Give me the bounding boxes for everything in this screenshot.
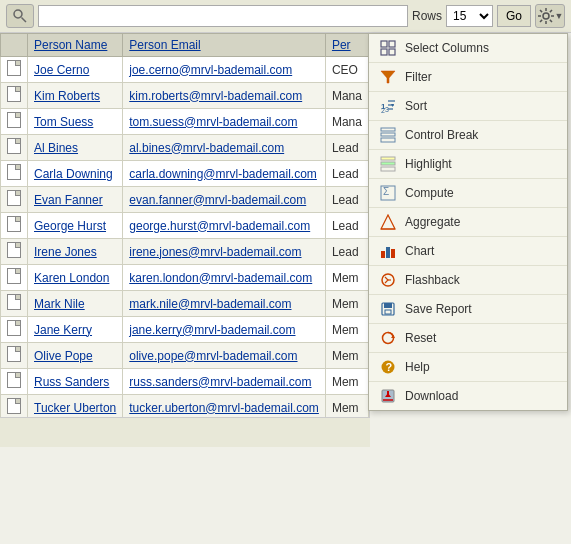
- person-role: Mana: [325, 109, 368, 135]
- person-name[interactable]: Al Bines: [28, 135, 123, 161]
- help-icon: ?: [379, 358, 397, 376]
- menu-item-filter[interactable]: Filter: [369, 63, 567, 92]
- row-icon: [1, 213, 28, 239]
- compute-icon: Σ: [379, 184, 397, 202]
- menu-item-flashback[interactable]: Flashback: [369, 266, 567, 295]
- person-email[interactable]: jane.kerry@mrvl-bademail.com: [123, 317, 326, 343]
- table-row: Olive Pope olive.pope@mrvl-bademail.com …: [1, 343, 369, 369]
- menu-label-filter: Filter: [405, 70, 432, 84]
- go-button[interactable]: Go: [497, 5, 531, 27]
- table-row: George Hurst george.hurst@mrvl-bademail.…: [1, 213, 369, 239]
- menu-item-save-report[interactable]: Save Report: [369, 295, 567, 324]
- menu-item-sort[interactable]: 123 Sort: [369, 92, 567, 121]
- document-icon: [7, 164, 21, 180]
- person-role: Mem: [325, 369, 368, 395]
- person-name[interactable]: Kim Roberts: [28, 83, 123, 109]
- svg-rect-11: [381, 41, 387, 47]
- table-row: Irene Jones irene.jones@mrvl-bademail.co…: [1, 239, 369, 265]
- person-name[interactable]: Olive Pope: [28, 343, 123, 369]
- document-icon: [7, 320, 21, 336]
- menu-item-compute[interactable]: Σ Compute: [369, 179, 567, 208]
- person-name[interactable]: Evan Fanner: [28, 187, 123, 213]
- person-email[interactable]: carla.downing@mrvl-bademail.com: [123, 161, 326, 187]
- menu-item-chart[interactable]: Chart: [369, 237, 567, 266]
- person-email[interactable]: karen.london@mrvl-bademail.com: [123, 265, 326, 291]
- menu-item-help[interactable]: ? Help: [369, 353, 567, 382]
- menu-label-aggregate: Aggregate: [405, 215, 460, 229]
- menu-label-select-columns: Select Columns: [405, 41, 489, 55]
- col-header-role[interactable]: Per: [325, 34, 368, 57]
- person-email[interactable]: tom.suess@mrvl-bademail.com: [123, 109, 326, 135]
- person-role: Lead: [325, 187, 368, 213]
- svg-rect-35: [391, 249, 395, 258]
- person-name[interactable]: Russ Sanders: [28, 369, 123, 395]
- search-input[interactable]: [38, 5, 408, 27]
- rows-select[interactable]: 15 5 10 20 25 50 100: [446, 5, 493, 27]
- row-icon: [1, 83, 28, 109]
- person-name[interactable]: Tom Suess: [28, 109, 123, 135]
- person-role: Mem: [325, 343, 368, 369]
- flashback-icon: [379, 271, 397, 289]
- menu-label-control-break: Control Break: [405, 128, 478, 142]
- main-layout: Person Name Person Email Per Joe Cerno j…: [0, 33, 571, 447]
- person-role: Lead: [325, 161, 368, 187]
- gear-button[interactable]: ▼: [535, 4, 565, 28]
- svg-rect-27: [381, 162, 395, 165]
- grid-icon: [379, 39, 397, 57]
- svg-rect-25: [381, 138, 395, 142]
- person-role: CEO: [325, 57, 368, 83]
- menu-label-highlight: Highlight: [405, 157, 452, 171]
- person-role: Lead: [325, 239, 368, 265]
- person-email[interactable]: irene.jones@mrvl-bademail.com: [123, 239, 326, 265]
- person-name[interactable]: George Hurst: [28, 213, 123, 239]
- person-name[interactable]: Carla Downing: [28, 161, 123, 187]
- row-icon: [1, 161, 28, 187]
- menu-item-aggregate[interactable]: Aggregate: [369, 208, 567, 237]
- person-email[interactable]: russ.sanders@mrvl-bademail.com: [123, 369, 326, 395]
- svg-line-8: [549, 20, 551, 22]
- row-icon: [1, 343, 28, 369]
- search-button[interactable]: [6, 4, 34, 28]
- svg-rect-39: [384, 303, 392, 308]
- person-email[interactable]: joe.cerno@mrvl-bademail.com: [123, 57, 326, 83]
- person-email[interactable]: george.hurst@mrvl-bademail.com: [123, 213, 326, 239]
- menu-item-download[interactable]: Download: [369, 382, 567, 410]
- menu-item-highlight[interactable]: Highlight: [369, 150, 567, 179]
- table-row: Mark Nile mark.nile@mrvl-bademail.com Me…: [1, 291, 369, 317]
- highlight-icon: [379, 155, 397, 173]
- table-header-row: Person Name Person Email Per: [1, 34, 369, 57]
- person-name[interactable]: Karen London: [28, 265, 123, 291]
- save-icon: [379, 300, 397, 318]
- svg-rect-47: [387, 391, 389, 397]
- table-container: Person Name Person Email Per Joe Cerno j…: [0, 33, 370, 447]
- person-email[interactable]: mark.nile@mrvl-bademail.com: [123, 291, 326, 317]
- menu-item-control-break[interactable]: Control Break: [369, 121, 567, 150]
- row-icon: [1, 265, 28, 291]
- menu-item-reset[interactable]: Reset: [369, 324, 567, 353]
- svg-rect-33: [381, 251, 385, 258]
- table-row: Joe Cerno joe.cerno@mrvl-bademail.com CE…: [1, 57, 369, 83]
- row-icon: [1, 291, 28, 317]
- person-email[interactable]: kim.roberts@mrvl-bademail.com: [123, 83, 326, 109]
- col-header-person-name[interactable]: Person Name: [28, 34, 123, 57]
- person-email[interactable]: al.bines@mrvl-bademail.com: [123, 135, 326, 161]
- person-email[interactable]: evan.fanner@mrvl-bademail.com: [123, 187, 326, 213]
- person-name[interactable]: Joe Cerno: [28, 57, 123, 83]
- table-row: Al Bines al.bines@mrvl-bademail.com Lead: [1, 135, 369, 161]
- person-name[interactable]: Jane Kerry: [28, 317, 123, 343]
- menu-label-chart: Chart: [405, 244, 434, 258]
- menu-label-help: Help: [405, 360, 430, 374]
- person-email[interactable]: olive.pope@mrvl-bademail.com: [123, 343, 326, 369]
- person-name[interactable]: Mark Nile: [28, 291, 123, 317]
- person-name[interactable]: Irene Jones: [28, 239, 123, 265]
- svg-rect-26: [381, 157, 395, 160]
- top-bar: Rows 15 5 10 20 25 50 100 Go ▼: [0, 0, 571, 33]
- col-header-person-email[interactable]: Person Email: [123, 34, 326, 57]
- document-icon: [7, 112, 21, 128]
- dropdown-menu: Select Columns Filter 123 Sort Control B…: [368, 33, 568, 411]
- aggregate-icon: [379, 213, 397, 231]
- svg-marker-42: [391, 335, 395, 338]
- menu-item-select-columns[interactable]: Select Columns: [369, 34, 567, 63]
- table-row: Carla Downing carla.downing@mrvl-bademai…: [1, 161, 369, 187]
- table-row: Karen London karen.london@mrvl-bademail.…: [1, 265, 369, 291]
